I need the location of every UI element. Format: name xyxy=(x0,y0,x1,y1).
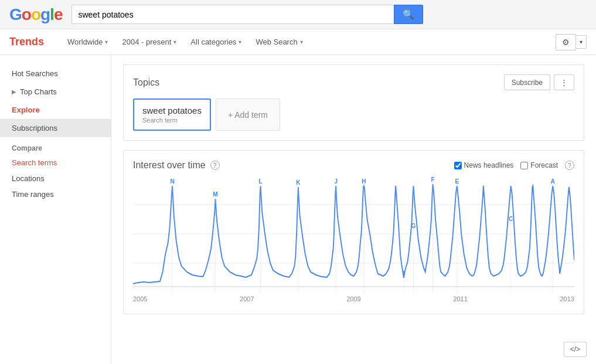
interest-title: Interest over time xyxy=(133,160,206,171)
settings-dropdown-button[interactable]: ▾ xyxy=(576,35,587,49)
year-2009: 2009 xyxy=(346,295,360,302)
search-button[interactable]: 🔍 xyxy=(394,5,423,24)
year-2011: 2011 xyxy=(453,295,467,302)
svg-text:K: K xyxy=(296,179,301,186)
sidebar-item-top-charts[interactable]: ▶ Top Charts xyxy=(0,83,111,101)
svg-text:J: J xyxy=(334,178,338,185)
year-2007: 2007 xyxy=(240,295,254,302)
forecast-option[interactable]: Forecast ? xyxy=(520,161,574,170)
content-area: Topics Subscribe ⋮ sweet potatoes Search… xyxy=(111,55,596,364)
search-input[interactable] xyxy=(71,5,394,24)
svg-text:F: F xyxy=(431,176,435,183)
hot-searches-label: Hot Searches xyxy=(12,69,58,78)
topics-header: Topics Subscribe ⋮ xyxy=(133,74,574,90)
topics-section: Topics Subscribe ⋮ sweet potatoes Search… xyxy=(123,64,584,141)
svg-text:M: M xyxy=(213,190,218,198)
topics-title: Topics xyxy=(133,77,159,88)
year-2013: 2013 xyxy=(560,295,574,302)
add-term-button[interactable]: + Add term xyxy=(216,98,280,131)
news-headlines-checkbox[interactable] xyxy=(454,162,462,169)
sidebar-item-time-ranges[interactable]: Time ranges xyxy=(0,186,111,202)
svg-text:I: I xyxy=(403,270,404,277)
news-headlines-label: News headlines xyxy=(464,161,514,169)
chevron-down-icon: ▾ xyxy=(300,39,303,45)
trends-title: Trends xyxy=(9,36,44,48)
chevron-down-icon: ▾ xyxy=(173,39,176,45)
embed-code-button[interactable]: </> xyxy=(564,342,587,357)
worldwide-label: Worldwide xyxy=(67,38,103,46)
search-terms-label: Search terms xyxy=(12,158,57,167)
svg-text:L: L xyxy=(259,178,263,185)
help-icon[interactable]: ? xyxy=(210,161,220,170)
subscriptions-label: Subscriptions xyxy=(12,124,57,132)
terms-row: sweet potatoes Search term + Add term xyxy=(133,98,574,131)
year-2005: 2005 xyxy=(133,295,147,302)
time-ranges-label: Time ranges xyxy=(12,190,54,199)
interest-section: Interest over time ? News headlines Fore… xyxy=(123,150,584,314)
compare-section-title: Compare xyxy=(0,137,111,155)
main-layout: Hot Searches ▶ Top Charts Explore Subscr… xyxy=(0,55,596,364)
sidebar-item-hot-searches[interactable]: Hot Searches xyxy=(0,64,111,83)
header: Google 🔍 xyxy=(0,0,596,29)
year-labels: 2005 2007 2009 2011 2013 xyxy=(133,294,574,302)
forecast-label: Forecast xyxy=(530,161,558,169)
svg-text:A: A xyxy=(551,178,556,185)
search-icon: 🔍 xyxy=(403,9,414,20)
share-button[interactable]: ⋮ xyxy=(554,74,574,90)
sidebar-item-locations[interactable]: Locations xyxy=(0,171,111,186)
forecast-checkbox[interactable] xyxy=(520,162,528,169)
interest-header: Interest over time ? News headlines Fore… xyxy=(133,160,574,171)
sidebar: Hot Searches ▶ Top Charts Explore Subscr… xyxy=(0,55,111,364)
chart-container: N M L K J H xyxy=(133,175,574,304)
chevron-right-icon: ▶ xyxy=(12,89,16,95)
topics-actions: Subscribe ⋮ xyxy=(504,74,574,90)
sidebar-item-explore[interactable]: Explore xyxy=(0,101,111,119)
settings-button[interactable]: ⚙ xyxy=(556,34,576,50)
locations-label: Locations xyxy=(12,174,45,183)
interest-options: News headlines Forecast ? xyxy=(454,161,574,170)
news-headlines-option[interactable]: News headlines xyxy=(454,161,514,169)
term-card: sweet potatoes Search term xyxy=(133,98,211,131)
sidebar-item-subscriptions[interactable]: Subscriptions xyxy=(0,119,111,137)
categories-filter[interactable]: All categories ▾ xyxy=(186,35,246,49)
svg-text:H: H xyxy=(362,178,366,185)
timerange-label: 2004 - present xyxy=(122,38,171,46)
term-name: sweet potatoes xyxy=(142,106,202,115)
chevron-down-icon: ▾ xyxy=(105,39,108,45)
forecast-help-icon[interactable]: ? xyxy=(565,161,574,170)
top-charts-label: Top Charts xyxy=(20,87,57,96)
trend-chart: N M L K J H xyxy=(133,175,574,292)
svg-text:G: G xyxy=(411,222,416,229)
svg-text:C: C xyxy=(509,215,513,222)
search-bar: 🔍 xyxy=(71,5,423,24)
navbar: Trends Worldwide ▾ 2004 - present ▾ All … xyxy=(0,29,596,55)
timerange-filter[interactable]: 2004 - present ▾ xyxy=(117,35,181,49)
svg-text:E: E xyxy=(455,178,459,185)
websearch-label: Web Search xyxy=(256,38,297,46)
share-icon: ⋮ xyxy=(560,78,568,87)
worldwide-filter[interactable]: Worldwide ▾ xyxy=(63,35,113,49)
sidebar-item-search-terms[interactable]: Search terms xyxy=(0,155,111,171)
subscribe-button[interactable]: Subscribe xyxy=(504,74,550,90)
websearch-filter[interactable]: Web Search ▾ xyxy=(251,35,307,49)
google-logo: Google xyxy=(9,5,62,24)
term-type: Search term xyxy=(142,117,202,124)
categories-label: All categories xyxy=(190,38,236,46)
chevron-down-icon: ▾ xyxy=(239,39,241,45)
explore-label: Explore xyxy=(12,106,40,114)
svg-text:N: N xyxy=(170,178,174,185)
